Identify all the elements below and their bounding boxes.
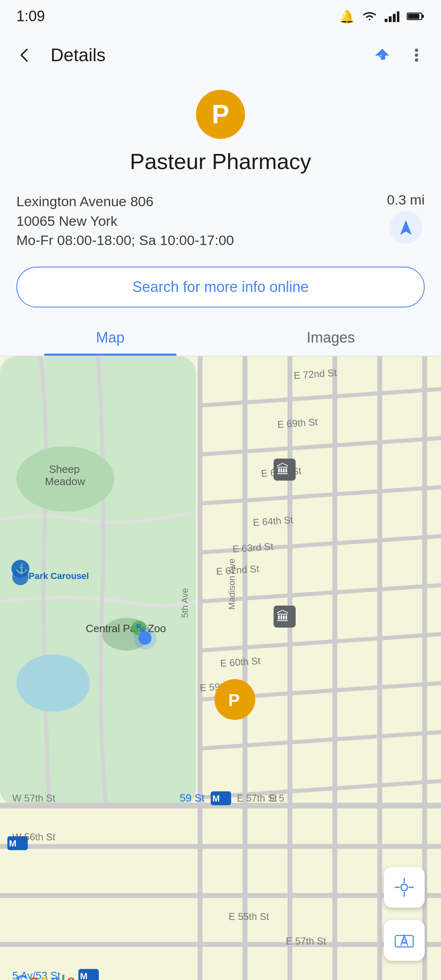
svg-rect-2: [393, 14, 396, 22]
svg-text:M: M: [80, 971, 87, 980]
svg-rect-5: [422, 15, 424, 18]
status-time: 1:09: [16, 8, 45, 25]
svg-text:⚓: ⚓: [16, 563, 28, 575]
svg-text:E 57th St: E 57th St: [286, 935, 326, 947]
tab-images-label: Images: [307, 329, 355, 346]
notification-icon: 🔔: [339, 9, 354, 24]
place-hours: Mo-Fr 08:00-18:00; Sa 10:00-17:00: [16, 231, 387, 250]
tab-images[interactable]: Images: [220, 320, 441, 356]
signal-icon: [385, 11, 399, 22]
svg-text:E 55th St: E 55th St: [229, 911, 269, 922]
battery-icon: [407, 11, 425, 21]
toolbar-actions: [368, 40, 431, 70]
svg-point-76: [401, 884, 408, 891]
svg-text:Sheep: Sheep: [49, 463, 80, 475]
google-o2: o: [40, 972, 49, 980]
svg-text:Park Carousel: Park Carousel: [29, 571, 89, 581]
google-g2: g: [51, 972, 60, 980]
svg-text:E 5: E 5: [270, 793, 284, 804]
address-line-1: Lexington Avenue 806: [16, 192, 387, 212]
back-button[interactable]: [10, 40, 39, 70]
svg-text:M: M: [212, 793, 220, 804]
svg-point-15: [16, 655, 90, 712]
svg-text:5th Ave: 5th Ave: [180, 588, 190, 618]
map-svg: Sheep Meadow Central Park Zoo 🐾 Park Car…: [0, 356, 441, 980]
tabs-bar: Map Images: [0, 320, 441, 356]
google-l: l: [61, 972, 65, 980]
svg-rect-11: [0, 356, 196, 806]
svg-text:🏛: 🏛: [276, 462, 290, 477]
place-address: Lexington Avenue 806 10065 New York Mo-F…: [16, 192, 387, 250]
place-avatar: P: [196, 90, 245, 139]
svg-text:Madison Ave: Madison Ave: [227, 558, 237, 610]
place-info-row: Lexington Avenue 806 10065 New York Mo-F…: [0, 192, 441, 263]
place-header: P Pasteur Pharmacy: [0, 78, 441, 192]
google-g: G: [16, 972, 28, 980]
toolbar: Details: [0, 33, 441, 78]
svg-text:🏛: 🏛: [276, 609, 290, 624]
search-online-label: Search for more info online: [132, 278, 309, 296]
svg-point-60: [134, 627, 156, 650]
place-name: Pasteur Pharmacy: [130, 149, 311, 174]
svg-rect-0: [385, 19, 388, 22]
tab-map[interactable]: Map: [0, 320, 220, 356]
svg-point-7: [415, 49, 418, 52]
navigate-button[interactable]: [390, 211, 422, 244]
svg-point-9: [415, 58, 418, 62]
svg-rect-6: [408, 14, 419, 19]
address-line-2: 10065 New York: [16, 212, 387, 231]
street-view-button[interactable]: [384, 920, 425, 961]
google-watermark: G o o g l e: [16, 972, 75, 980]
svg-text:Meadow: Meadow: [45, 475, 85, 488]
page-title: Details: [51, 45, 359, 65]
tab-map-label: Map: [96, 329, 125, 346]
place-distance: 0.3 mi: [387, 192, 425, 208]
google-e: e: [67, 972, 75, 980]
place-distance-col: 0.3 mi: [387, 192, 425, 244]
more-options-button[interactable]: [402, 40, 431, 70]
svg-rect-3: [397, 11, 399, 22]
svg-point-8: [415, 53, 418, 57]
svg-text:W 57th St: W 57th St: [12, 793, 56, 804]
svg-text:59 St: 59 St: [180, 792, 205, 804]
map-container[interactable]: Sheep Meadow Central Park Zoo 🐾 Park Car…: [0, 356, 441, 980]
status-icons: 🔔: [339, 9, 425, 24]
search-online-button[interactable]: Search for more info online: [16, 267, 425, 307]
svg-text:P: P: [228, 690, 240, 710]
avatar-letter: P: [212, 99, 229, 129]
wifi-icon: [362, 11, 377, 22]
google-o1: o: [29, 972, 38, 980]
svg-text:M: M: [9, 838, 16, 849]
status-bar: 1:09 🔔: [0, 0, 441, 33]
directions-button[interactable]: [368, 40, 397, 70]
locate-me-button[interactable]: [384, 867, 425, 908]
svg-rect-1: [389, 16, 392, 22]
